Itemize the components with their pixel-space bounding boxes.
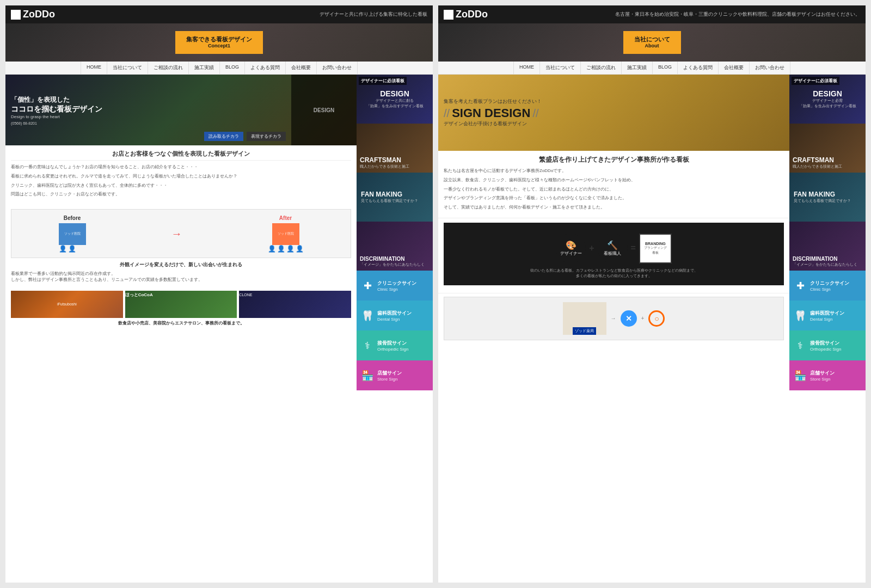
badge-dark: 表現するチカラ <box>247 132 286 141</box>
panel2-main-hero: 集客を考えた看板プランはお任せください！ // SIGN DESIGN // デ… <box>438 75 789 151</box>
panel1-hero-btn[interactable]: 集客できる看板デザイン Concept1 <box>175 31 263 54</box>
branding-text1: 私たちは名古屋を中心に活動するデザイン事務所ZoDDoです。 <box>444 168 784 175</box>
pharmacy-arrow: → <box>611 315 616 321</box>
gallery-img-1: iFutsuboshi <box>11 291 123 318</box>
panel2-hero-sign-text: 集客を考えた看板プランはお任せください！ // SIGN DESIGN // デ… <box>438 93 789 133</box>
sidebar-discrimination-card: DISCRIMINATION 「イメージ」をかたちにあなたらしく <box>357 222 433 271</box>
designer-label: デザイナー <box>560 250 582 256</box>
sidebar2-fanmaking-card: FAN MAKING 見てもらえる看板で満足ですか？ <box>789 173 866 222</box>
pharmacy-arrow2: + <box>641 315 645 321</box>
ba-arrow: → <box>171 228 182 240</box>
nav2-company[interactable]: 会社概要 <box>719 62 750 74</box>
hero-subtitle: Design to grasp the heart <box>11 114 102 119</box>
person3: 👤 <box>268 245 276 253</box>
branding-text3: 一番少なく行われるモノが看板でした。そして、近に頼まれるほとんどの方向けのに、 <box>444 186 784 193</box>
nav2-home[interactable]: HOME <box>513 62 540 74</box>
service-ortho[interactable]: ⚕ 接骨院サイン Orthopedic Sign <box>357 330 433 360</box>
panel1-hero: 集客できる看板デザイン Concept1 <box>5 23 433 62</box>
sign-subtitle: デザイン会社が手掛ける看板デザイン <box>444 120 784 127</box>
gallery-text-3: CLONE <box>239 293 252 297</box>
nav-faq[interactable]: よくある質問 <box>245 62 286 74</box>
branding-title: 繁盛店を作り上げてきたデザイン事務所が作る看板 <box>444 155 784 164</box>
dental2-title-jp: 歯科医院サイン <box>810 310 861 317</box>
service2-store[interactable]: 🏪 店舗サイン Store Sign <box>789 360 866 390</box>
design2-label: デザイナーに必須看板 <box>792 77 839 85</box>
fanmaking-title: FAN MAKING <box>361 191 418 198</box>
panel1-before-after: Before ソッド医院 👤 👤 → After ソッド医院 <box>5 205 357 287</box>
gallery-item-3: CLONE <box>239 291 351 318</box>
person1: 👤 <box>59 245 67 253</box>
nav2-faq[interactable]: よくある質問 <box>678 62 719 74</box>
ba-section-title: 外観イメージを変えるだけで、新しい出会いが生まれる <box>11 261 351 268</box>
nav-flow[interactable]: ご相談の流れ <box>148 62 189 74</box>
craftsman-content: CRAFTSMAN 職人だからできる技術と施工 <box>360 156 409 169</box>
sidebar-design-card: デザイナーに必須看板 DESIGN デザイナーと共に創る 「効果」を生み出すデザ… <box>357 75 433 124</box>
clinic2-title-jp: クリニックサイン <box>810 280 861 287</box>
nav-company[interactable]: 会社概要 <box>286 62 317 74</box>
gallery-grid: iFutsuboshi ほっとCoCοA CLONE <box>11 291 351 318</box>
sidebar-fanmaking-card: FAN MAKING 見てもらえる看板で満足ですか？ <box>357 173 433 222</box>
fanmaking-sub: 見てもらえる看板で満足ですか？ <box>361 198 418 204</box>
building-blue: ソッド医院 <box>59 223 86 245</box>
nav2-about[interactable]: 当社について <box>540 62 581 74</box>
discrimination2-sub: 「イメージ」をかたちにあなたらしく <box>793 262 857 267</box>
after-people: 👤 👤 👤 👤 <box>268 245 304 253</box>
design2-card-sub2: 「効果」を生み出すデザイン看板 <box>799 103 856 109</box>
nav2-blog[interactable]: BLOG <box>653 62 678 74</box>
fanmaking-content: FAN MAKING 見てもらえる看板で満足ですか？ <box>361 191 418 204</box>
nav-contact[interactable]: お問い合わせ <box>317 62 358 74</box>
panel2-hero-btn[interactable]: 当社について About <box>623 31 681 54</box>
service2-dental[interactable]: 🦷 歯科医院サイン Dental Sign <box>789 301 866 330</box>
before-box: Before ソッド医院 👤 👤 <box>59 215 86 253</box>
ba-text1: 看板業界で一番多い活動的な掲示間近の存在作成す。 <box>11 271 351 277</box>
nav2-works[interactable]: 施工実績 <box>622 62 653 74</box>
design-card-content: DESIGN デザイナーと共に創る 「効果」を生み出すデザイン看板 <box>363 86 427 112</box>
dental-title-en: Dental Sign <box>377 317 428 322</box>
service2-ortho[interactable]: ⚕ 接骨院サイン Orthopedic Sign <box>789 330 866 360</box>
building-name-before: ソッド医院 <box>64 231 81 236</box>
badge-blue: 読み取るチカラ <box>204 132 243 141</box>
dental-icon: 🦷 <box>361 310 374 322</box>
store2-title-jp: 店舗サイン <box>810 370 861 377</box>
panel1-tagline: デザイナーと共に作り上げる集客に特化した看板 <box>320 11 427 18</box>
panel2-nav: HOME 当社について ご相談の流れ 施工実績 BLOG よくある質問 会社概要… <box>438 62 866 75</box>
after-label: After <box>268 215 304 221</box>
discrimination2-content: DISCRIMINATION 「イメージ」をかたちにあなたらしく <box>793 256 857 267</box>
section1-title: お店とお客様をつなぐ個性を表現した看板デザイン <box>11 150 351 161</box>
plus-equal-row: 🎨 デザイナー + 🔨 看板職人 = BRANDING ブランディング看板 <box>450 234 777 264</box>
nav-about[interactable]: 当社について <box>107 62 148 74</box>
hero-design-sub: DESIGN <box>314 107 334 113</box>
store-title-jp: 店舗サイン <box>377 370 428 377</box>
nav-works[interactable]: 施工実績 <box>189 62 220 74</box>
equal-sign: = <box>631 243 636 253</box>
fanmaking2-sub: 見てもらえる看板で満足ですか？ <box>794 198 851 204</box>
nav-blog[interactable]: BLOG <box>220 62 245 74</box>
gallery-img-2: ほっとCoCοA <box>125 291 237 318</box>
section1-text2: 看板に求められる変更はそれぞれ。クルマで道を走ってみて、同じような看板がいた場合… <box>11 173 351 180</box>
panel2-hero: 当社について About <box>438 23 866 62</box>
before-label: Before <box>59 215 86 221</box>
nav2-flow[interactable]: ご相談の流れ <box>581 62 622 74</box>
plus-equal-container: 🎨 デザイナー + 🔨 看板職人 = BRANDING ブランディング看板 <box>444 223 784 285</box>
plus-sign: + <box>589 243 594 253</box>
store2-title-en: Store Sign <box>810 377 861 382</box>
craftsman2-title: CRAFTSMAN <box>793 156 842 164</box>
service-store[interactable]: 🏪 店舗サイン Store Sign <box>357 360 433 390</box>
service2-clinic[interactable]: ✚ クリニックサイン Clinic Sign <box>789 271 866 301</box>
zoddo-sign: ゾッド薬局 <box>573 327 596 335</box>
pharmacy-visual: ゾッド薬局 → ✕ + ○ <box>444 297 784 340</box>
plus-equal-desc: 街のいたる所にある看板。カフェやレストランなど飲食店から医療やクリニックなどの病… <box>450 268 777 279</box>
sidebar2-design-card: デザイナーに必須看板 DESIGN デザイナーと必需 「効果」を生み出すデザイン… <box>789 75 866 124</box>
dental2-label: 歯科医院サイン Dental Sign <box>810 310 861 322</box>
craftsman-circle: 🔨 看板職人 <box>598 234 628 264</box>
service-clinic[interactable]: ✚ クリニックサイン Clinic Sign <box>357 271 433 301</box>
discrimination-sub: 「イメージ」をかたちにあなたらしく <box>360 262 425 267</box>
service-dental[interactable]: 🦷 歯科医院サイン Dental Sign <box>357 301 433 330</box>
nav2-contact[interactable]: お問い合わせ <box>750 62 790 74</box>
nav-home[interactable]: HOME <box>81 62 107 74</box>
branding-text2: 設立以来、飲食店、クリニック、歯科医院など様々な種類のホームページやパンフレット… <box>444 177 784 184</box>
panel1-main: 「個性」を表現した ココロを掴む看板デザイン Design to grasp t… <box>5 75 433 583</box>
clinic2-icon: ✚ <box>794 280 807 292</box>
panel2-branding: 繁盛店を作り上げてきたデザイン事務所が作る看板 私たちは名古屋を中心に活動するデ… <box>438 151 789 218</box>
person6: 👤 <box>296 245 304 253</box>
